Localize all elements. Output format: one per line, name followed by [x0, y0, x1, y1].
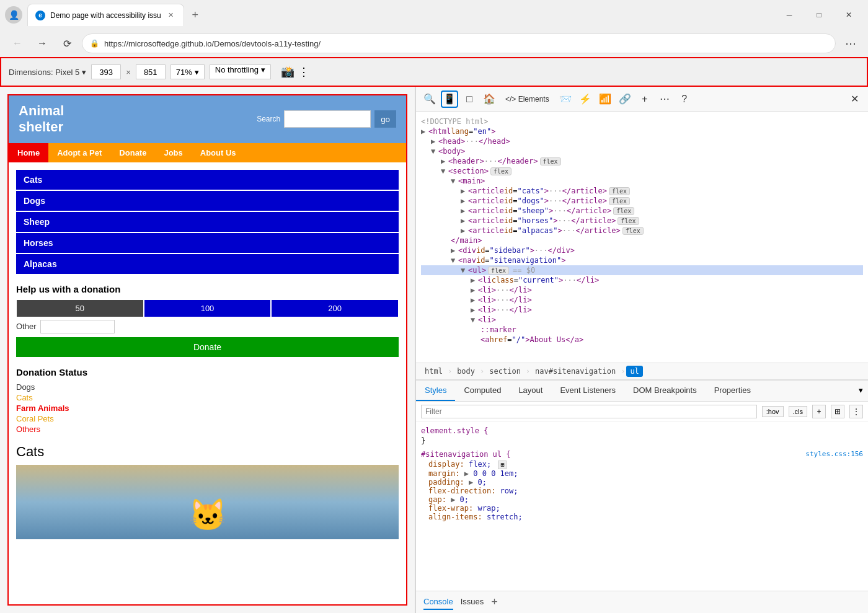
breadcrumb-html[interactable]: html [421, 366, 446, 377]
site-search-button[interactable]: go [374, 110, 396, 128]
dimensions-chevron-icon[interactable]: ▾ [82, 68, 86, 77]
flex-icon[interactable]: ⊞ [498, 461, 507, 469]
close-button[interactable]: ✕ [835, 5, 863, 25]
dom-line-main[interactable]: ▼ <main> [421, 176, 863, 186]
maximize-button[interactable]: □ [805, 5, 833, 25]
nav-jobs[interactable]: Jobs [155, 143, 191, 162]
dom-line-about-link[interactable]: <a href="/" >About Us</a> [421, 335, 863, 345]
nav-about[interactable]: About Us [192, 143, 245, 162]
console-tab[interactable]: Console [423, 594, 453, 610]
active-tab[interactable]: e Demo page with accessibility issu ✕ [27, 4, 184, 26]
screenshot-icon[interactable]: 📸 [281, 65, 294, 79]
dom-line-article-sheep[interactable]: ▶ <article id="sheep" > ··· </article> f… [421, 206, 863, 216]
styles-tab[interactable]: Styles [416, 381, 455, 401]
more-styles-button[interactable]: ⋮ [849, 405, 863, 418]
more-options-icon[interactable]: ⋮ [298, 65, 309, 79]
new-style-rule-button[interactable]: ⊞ [831, 405, 844, 418]
nav-adopt[interactable]: Adopt a Pet [48, 143, 110, 162]
close-devtools-button[interactable]: ✕ [846, 90, 863, 108]
dom-line-article-cats[interactable]: ▶ <article id="cats" > ··· </article> fl… [421, 186, 863, 196]
dom-line-doctype[interactable]: <!DOCTYPE html> [421, 117, 863, 126]
dom-line-article-dogs[interactable]: ▶ <article id="dogs" > ··· </article> fl… [421, 196, 863, 206]
styles-toolbar: :hov .cls + ⊞ ⋮ [416, 402, 868, 421]
breadcrumb-nav[interactable]: nav#sitenavigation [531, 366, 619, 377]
donation-amounts: 50 100 200 [16, 299, 399, 317]
animal-item-dogs[interactable]: Dogs [16, 191, 399, 211]
add-bottom-tab-button[interactable]: + [491, 596, 498, 609]
animal-item-cats[interactable]: Cats [16, 170, 399, 190]
dom-line-head[interactable]: ▶ <head> ··· </head> [421, 136, 863, 146]
dom-line-li-2[interactable]: ▶ <li> ··· </li> [421, 285, 863, 295]
dom-line-marker[interactable]: ::marker [421, 325, 863, 335]
site-search-input[interactable] [284, 110, 371, 128]
add-panel-icon[interactable]: + [636, 90, 653, 108]
layout-tab[interactable]: Layout [510, 381, 551, 401]
nav-donate[interactable]: Donate [110, 143, 155, 162]
inspect-element-icon[interactable]: 🔍 [421, 90, 438, 108]
animal-list: Cats Dogs Sheep Horses Alpacas [16, 170, 399, 274]
new-tab-button[interactable]: + [187, 6, 204, 24]
zoom-button[interactable]: 71% ▾ [170, 64, 205, 79]
dom-line-li-3[interactable]: ▶ <li> ··· </li> [421, 295, 863, 305]
performance-icon[interactable]: ⚡ [577, 90, 594, 108]
minimize-button[interactable]: ─ [775, 5, 804, 25]
network-icon[interactable]: 📨 [557, 90, 574, 108]
donation-title: Help us with a donation [16, 284, 399, 294]
animal-item-alpacas[interactable]: Alpacas [16, 254, 399, 274]
dom-line-nav[interactable]: ▼ <nav id="sitenavigation" > [421, 255, 863, 265]
issues-tab[interactable]: Issues [461, 594, 484, 610]
devtools-emulation-toolbar: Dimensions: Pixel 5 ▾ × 71% ▾ No throttl… [0, 57, 868, 87]
dom-line-li-current[interactable]: ▶ <li class="current" > ··· </li> [421, 275, 863, 285]
dom-line-article-alpacas[interactable]: ▶ <article id="alpacas" > ··· </article>… [421, 226, 863, 236]
other-amount-input[interactable] [40, 320, 115, 333]
back-button[interactable]: ← [7, 33, 27, 53]
elements-tab[interactable]: </> Elements [500, 90, 554, 108]
nav-home[interactable]: Home [9, 143, 48, 162]
security-icon[interactable]: 🔗 [616, 90, 634, 108]
memory-icon[interactable]: 📶 [596, 90, 614, 108]
browser-menu-button[interactable]: ⋯ [841, 33, 861, 53]
amount-100[interactable]: 100 [144, 299, 272, 317]
breadcrumb-body[interactable]: body [453, 366, 479, 377]
dom-breakpoints-tab[interactable]: DOM Breakpoints [624, 381, 706, 401]
dom-line-section[interactable]: ▼ <section> flex [421, 166, 863, 176]
donate-button[interactable]: Donate [16, 337, 399, 357]
properties-tab[interactable]: Properties [706, 381, 760, 401]
dom-line-body[interactable]: ▼ <body> [421, 146, 863, 156]
amount-50[interactable]: 50 [16, 299, 144, 317]
hov-button[interactable]: :hov [762, 406, 784, 417]
breadcrumb-section[interactable]: section [485, 366, 525, 377]
donation-section: Help us with a donation 50 100 200 Other… [16, 284, 399, 357]
refresh-button[interactable]: ⟳ [57, 33, 77, 53]
event-listeners-tab[interactable]: Event Listeners [551, 381, 624, 401]
cls-button[interactable]: .cls [789, 406, 808, 417]
more-tools-icon[interactable]: ⋯ [656, 90, 673, 108]
drawer-icon[interactable]: □ [461, 90, 478, 108]
dom-line-ul[interactable]: ▼ <ul> flex == $0 [421, 265, 863, 275]
dom-line-main-close[interactable]: </main> [421, 236, 863, 245]
breadcrumb-ul[interactable]: ul [626, 366, 642, 377]
url-bar[interactable]: 🔒 https://microsoftedge.github.io/Demos/… [82, 33, 836, 53]
add-style-rule-button[interactable]: + [812, 405, 826, 418]
css-flex-direction: flex-direction: row; [428, 487, 863, 495]
dom-line-article-horses[interactable]: ▶ <article id="horses" > ··· </article> … [421, 216, 863, 226]
height-input[interactable] [136, 64, 166, 79]
computed-tab[interactable]: Computed [455, 381, 510, 401]
dom-line-sidebar[interactable]: ▶ <div id="sidebar" > ··· </div> [421, 245, 863, 255]
width-input[interactable] [91, 64, 121, 79]
throttle-button[interactable]: No throttling ▾ [210, 64, 271, 79]
amount-200[interactable]: 200 [271, 299, 399, 317]
animal-item-sheep[interactable]: Sheep [16, 212, 399, 232]
home-icon[interactable]: 🏠 [480, 90, 498, 108]
forward-button[interactable]: → [32, 33, 52, 53]
dom-line-html[interactable]: ▶ <html lang="en" > [421, 126, 863, 136]
tab-close-button[interactable]: ✕ [166, 11, 176, 20]
help-icon[interactable]: ? [676, 90, 693, 108]
filter-input[interactable] [421, 405, 757, 418]
device-emulation-icon[interactable]: 📱 [441, 90, 458, 108]
dom-line-header[interactable]: ▶ <header> ··· </header> flex [421, 156, 863, 166]
animal-item-horses[interactable]: Horses [16, 233, 399, 253]
styles-chevron-icon[interactable]: ▾ [854, 381, 868, 401]
dom-line-li-4[interactable]: ▶ <li> ··· </li> [421, 305, 863, 315]
dom-line-li-5[interactable]: ▼ <li> [421, 315, 863, 325]
